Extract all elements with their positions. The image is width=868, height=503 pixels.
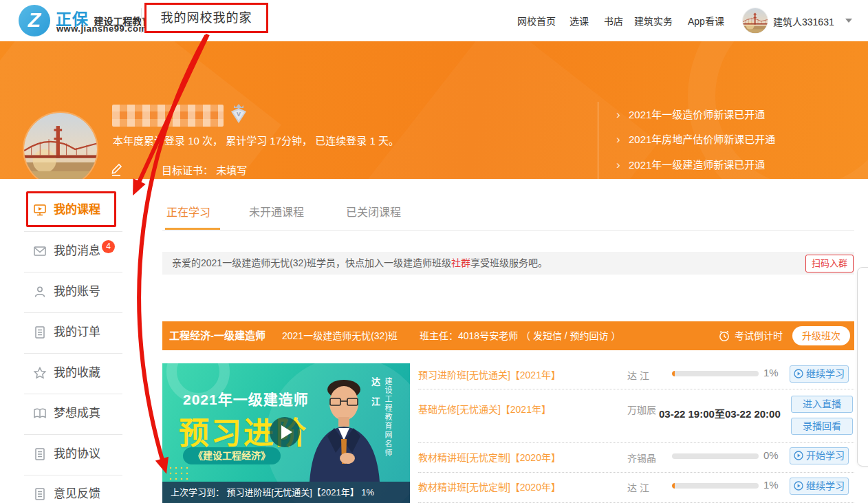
document-icon (33, 325, 47, 339)
vip-badge-icon: V (230, 103, 248, 124)
logo-icon[interactable]: Z (19, 5, 50, 36)
my-school-home-page: Z 正保 建设工程教育网 www.jianshe99.com 我的网校我的家 网… (0, 0, 868, 503)
avatar[interactable] (742, 8, 768, 34)
progress-fill (672, 483, 675, 489)
play-circle-icon (794, 480, 803, 495)
contact-links[interactable]: （ 发短信 / 预约回访 ） (521, 330, 620, 341)
announcement-link[interactable]: ›2021年一级建造师新课已开通 (616, 157, 765, 172)
teacher-name: 齐锡晶 (627, 451, 656, 464)
row-divider (418, 472, 854, 473)
target-cert-label: 目标证书： (162, 164, 213, 176)
nav-select-course[interactable]: 选课 (569, 14, 589, 28)
divider (24, 475, 122, 475)
unread-count-badge: 4 (102, 240, 115, 253)
envelope-icon (33, 244, 47, 258)
top-header: Z 正保 建设工程教育网 www.jianshe99.com 我的网校我的家 网… (0, 0, 868, 41)
course-link[interactable]: 教材精讲班[无忧定制]【2020年】 (418, 450, 561, 464)
continue-learning-button[interactable]: 继续学习 (790, 365, 849, 383)
course-group-header: 工程经济-一级建造师 2021一级建造师无忧(32)班 班主任：4018号安老师… (162, 321, 854, 350)
progress-bar (672, 371, 759, 376)
announcement-link[interactable]: ›2021年房地产估价师新课已开通 (616, 131, 775, 147)
chevron-right-icon: › (616, 133, 629, 147)
play-button[interactable] (270, 417, 300, 447)
course-subject: 工程经济-一级建造师 (169, 321, 265, 350)
thumb-title-line1: 2021年一级建造师 (183, 388, 309, 409)
tab-closed[interactable]: 已关闭课程 (346, 203, 401, 220)
live-time: 03-22 19:00至03-22 20:00 (659, 406, 781, 420)
teacher-name: 达 江 (627, 368, 649, 382)
progress-bar (672, 483, 759, 489)
tab-learning[interactable]: 正在学习 (166, 203, 210, 220)
nav-practice[interactable]: 建筑实务 (634, 14, 673, 28)
row-divider (418, 389, 854, 389)
scan-qr-join-button[interactable]: 扫码入群 (805, 255, 854, 272)
chevron-down-icon[interactable] (845, 19, 852, 23)
active-tab-indicator (165, 228, 220, 230)
nav-home[interactable]: 网校首页 (517, 14, 556, 28)
tab-not-opened[interactable]: 未开通课程 (249, 203, 304, 220)
banner-deco (318, 41, 659, 179)
row-divider (418, 442, 854, 443)
divider (24, 231, 122, 232)
announcement-link[interactable]: ›2021年一级造价师新课已开通 (616, 107, 765, 122)
divider (24, 353, 122, 354)
open-book-icon (33, 407, 47, 420)
document-icon (33, 447, 47, 461)
course-link[interactable]: 预习进阶班[无忧通关]【2021年】 (418, 367, 561, 381)
thumb-teacher-name: 达 江 (369, 377, 382, 410)
course-player-icon (33, 203, 47, 217)
progress-percent: 1% (763, 367, 779, 378)
profile-banner: V 本年度累计登录 10 次， 累计学习 17分钟， 已连续登录 1 天。 目标… (0, 41, 868, 179)
edit-pencil-icon[interactable] (110, 161, 125, 176)
nav-app[interactable]: App看课 (688, 14, 724, 28)
thumb-deco-dots (168, 465, 191, 483)
course-video-thumbnail[interactable]: 2021年一级建造师 预习进阶 《建设工程经济》 达 江 建设工程教育网名师 上… (162, 363, 410, 503)
alarm-clock-icon (718, 330, 730, 342)
censored-username (112, 105, 224, 127)
play-circle-icon (794, 367, 803, 383)
last-learned-bar: 上次学习到： 预习进阶班[无忧通关]【2021年】 1% (162, 482, 410, 503)
enter-live-button[interactable]: 进入直播 (791, 396, 853, 413)
course-link[interactable]: 基础先修[无忧通关]【2021年】 (418, 402, 551, 416)
login-stats: 本年度累计登录 10 次， 累计学习 17分钟， 已连续登录 1 天。 (113, 133, 399, 147)
class-name: 2021一级建造师无忧(32)班 (282, 321, 398, 350)
progress-fill (672, 371, 675, 376)
star-icon (33, 366, 47, 380)
teacher-name: 万珈辰 (627, 403, 656, 416)
document-icon (33, 487, 47, 501)
start-learning-button[interactable]: 开始学习 (790, 447, 849, 464)
progress-percent: 0% (763, 449, 779, 461)
notice-highlight: 社群 (451, 257, 470, 268)
target-cert-value: 未填写 (216, 164, 247, 176)
tabs-underline (162, 230, 854, 231)
page-title-annotated: 我的网校我的家 (144, 3, 268, 33)
upgrade-class-button[interactable]: 升级班次 (792, 326, 850, 345)
class-notice-bar: 亲爱的2021一级建造师无忧(32)班学员，快点加入一级建造师班级社群享受班级服… (162, 252, 854, 275)
play-circle-icon (794, 449, 803, 465)
replay-button[interactable]: 录播回看 (791, 418, 853, 435)
brand-url: www.jianshe99.com (56, 23, 147, 34)
divider (24, 394, 122, 394)
thumb-org-name: 建设工程教育网名师 (382, 377, 393, 458)
nav-bookstore[interactable]: 书店 (604, 14, 623, 28)
target-cert: 目标证书： 未填写 (162, 162, 247, 177)
announcement-divider (598, 102, 598, 179)
teacher-name: 达 江 (627, 480, 649, 494)
progress-bar (672, 453, 759, 459)
exam-countdown-link[interactable]: 考试倒计时 (735, 321, 783, 350)
header-divider (141, 8, 142, 33)
progress-percent: 1% (763, 479, 779, 491)
badge-letter: V (237, 111, 241, 118)
divider (24, 312, 122, 313)
floating-side-widget[interactable] (857, 267, 868, 467)
class-master: 班主任：4018号安老师 （ 发短信 / 预约回访 ） (420, 321, 621, 350)
divider (24, 272, 122, 272)
chevron-right-icon: › (616, 158, 629, 172)
divider (24, 434, 122, 435)
chevron-right-icon: › (616, 108, 629, 122)
notice-text: 亲爱的2021一级建造师无忧(32)班学员，快点加入一级建造师班级社群享受班级服… (172, 252, 547, 275)
profile-avatar[interactable] (24, 113, 97, 179)
course-link[interactable]: 教材精讲班[无忧定制]【2020年】 (418, 480, 561, 493)
username[interactable]: 建筑人331631 (773, 14, 834, 28)
continue-learning-button[interactable]: 继续学习 (790, 478, 849, 495)
